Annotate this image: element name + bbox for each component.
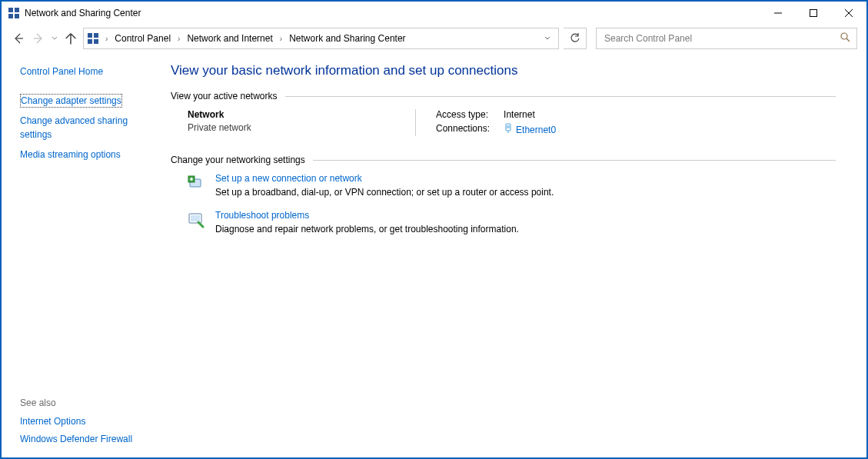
access-type-value: Internet [504, 109, 556, 120]
network-sharing-icon [87, 32, 99, 45]
forward-button[interactable] [31, 31, 46, 46]
task-body: Troubleshoot problems Diagnose and repai… [215, 210, 519, 234]
sidebar-change-advanced-sharing[interactable]: Change advanced sharing settings [20, 114, 157, 141]
network-sharing-icon [8, 7, 20, 19]
task-body: Set up a new connection or network Set u… [215, 173, 554, 198]
body: Control Panel Home Change adapter settin… [2, 52, 866, 457]
refresh-button[interactable] [564, 28, 587, 49]
toolbar: › Control Panel › Network and Internet ›… [2, 25, 866, 52]
connection-name: Ethernet0 [516, 125, 556, 135]
svg-rect-12 [88, 39, 92, 44]
address-dropdown-button[interactable] [540, 28, 555, 48]
svg-line-15 [846, 38, 850, 42]
section-header: View your active networks [171, 91, 836, 101]
breadcrumb-item[interactable]: Control Panel [112, 28, 173, 48]
access-type-label: Access type: [436, 109, 490, 120]
svg-rect-10 [88, 33, 92, 38]
svg-rect-16 [506, 124, 510, 131]
back-button[interactable] [11, 31, 26, 46]
task-title-link[interactable]: Troubleshoot problems [215, 210, 519, 221]
minimize-button[interactable] [760, 2, 796, 25]
task-title-link[interactable]: Set up a new connection or network [215, 173, 554, 184]
address-bar[interactable]: › Control Panel › Network and Internet ›… [83, 28, 559, 49]
change-settings-section: Change your networking settings Set up [171, 155, 836, 234]
see-also-internet-options[interactable]: Internet Options [20, 416, 157, 427]
search-icon[interactable] [840, 32, 850, 45]
search-input[interactable] [603, 32, 850, 45]
up-button[interactable] [63, 31, 78, 46]
svg-rect-11 [94, 33, 98, 38]
breadcrumb-label: Control Panel [115, 33, 171, 44]
window: Network and Sharing Center [0, 0, 868, 459]
ethernet-icon [504, 123, 513, 136]
svg-rect-25 [191, 215, 200, 221]
active-networks-section: View your active networks Network Privat… [171, 91, 836, 136]
sidebar-change-adapter-settings[interactable]: Change adapter settings [20, 94, 122, 108]
chevron-right-icon[interactable]: › [176, 35, 181, 43]
divider [313, 160, 836, 161]
svg-rect-1 [15, 8, 19, 12]
maximize-button[interactable] [796, 2, 831, 25]
network-identity: Network Private network [188, 109, 395, 136]
close-button[interactable] [831, 2, 866, 25]
setup-connection-icon [188, 175, 205, 191]
breadcrumb-item[interactable]: Network and Internet [185, 28, 274, 48]
chevron-right-icon[interactable]: › [104, 35, 109, 43]
svg-point-14 [841, 33, 847, 39]
section-header: Change your networking settings [171, 155, 836, 165]
section-label: Change your networking settings [171, 155, 305, 165]
svg-rect-13 [94, 39, 98, 44]
breadcrumb-label: Network and Sharing Center [289, 33, 405, 44]
sidebar-control-panel-home[interactable]: Control Panel Home [20, 66, 157, 77]
search-box[interactable] [596, 28, 857, 49]
see-also-label: See also [20, 397, 157, 408]
window-title: Network and Sharing Center [25, 8, 141, 18]
titlebar-left: Network and Sharing Center [8, 7, 141, 19]
main: View your basic network information and … [163, 52, 866, 457]
vertical-divider [415, 109, 416, 136]
troubleshoot-icon [188, 211, 205, 228]
titlebar: Network and Sharing Center [2, 2, 866, 25]
task-troubleshoot: Troubleshoot problems Diagnose and repai… [171, 210, 836, 234]
divider [285, 96, 836, 97]
network-name: Network [188, 109, 395, 120]
recent-locations-button[interactable] [51, 35, 58, 42]
svg-rect-0 [8, 8, 13, 12]
svg-rect-2 [8, 14, 13, 18]
connection-link[interactable]: Ethernet0 [504, 123, 556, 136]
active-network-row: Network Private network Access type: Int… [171, 109, 836, 136]
task-description: Diagnose and repair network problems, or… [215, 224, 519, 234]
sidebar: Control Panel Home Change adapter settin… [2, 52, 163, 457]
network-details: Access type: Internet Connections: Ether… [436, 109, 556, 136]
sidebar-media-streaming-options[interactable]: Media streaming options [20, 148, 157, 161]
section-label: View your active networks [171, 91, 278, 101]
task-description: Set up a broadband, dial-up, or VPN conn… [215, 187, 554, 198]
svg-rect-5 [810, 10, 817, 17]
breadcrumb-label: Network and Internet [187, 33, 272, 44]
svg-rect-3 [15, 14, 19, 18]
task-setup-connection: Set up a new connection or network Set u… [171, 173, 836, 198]
connections-label: Connections: [436, 123, 490, 136]
breadcrumb-item[interactable]: Network and Sharing Center [287, 28, 407, 48]
window-controls [760, 2, 866, 25]
sidebar-spacer [20, 168, 157, 397]
network-type: Private network [188, 122, 395, 133]
page-title: View your basic network information and … [171, 63, 836, 78]
see-also-windows-defender-firewall[interactable]: Windows Defender Firewall [20, 434, 157, 444]
chevron-right-icon[interactable]: › [278, 35, 284, 43]
